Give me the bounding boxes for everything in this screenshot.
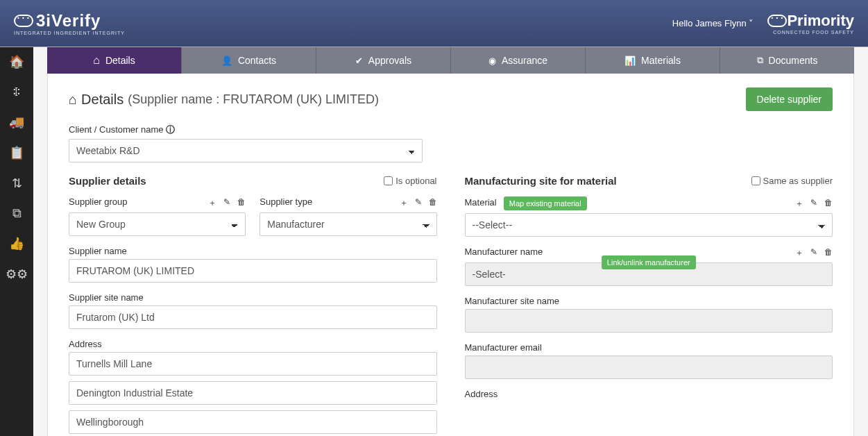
optional-checkbox[interactable]: Is optional (384, 176, 436, 186)
logo-right-sub: CONNECTED FOOD SAFETY (773, 30, 854, 35)
clipboard-icon[interactable]: 📋 (9, 145, 24, 160)
logo-left-sub: INTEGRATED INGREDIENT INTEGRITY (14, 31, 125, 35)
home-icon[interactable]: 🏠 (9, 54, 24, 69)
supplier-site-input[interactable] (69, 305, 437, 329)
delete-icon[interactable]: 🗑 (824, 247, 833, 259)
plus-icon[interactable]: ＋ (795, 247, 803, 259)
sidebar: 🏠 🜌 🚚 📋 ⇅ ⧉ 👍 ⚙⚙ (0, 47, 33, 436)
manufacturer-address-label: Address (465, 389, 833, 399)
address-line3-input[interactable] (69, 410, 437, 434)
edit-icon[interactable]: ✎ (810, 198, 817, 210)
tab-contacts[interactable]: 👤 Contacts (181, 47, 316, 74)
link-manufacturer-badge[interactable]: Link/unlink manufacturer (602, 255, 696, 269)
copy-icon[interactable]: ⧉ (12, 206, 22, 221)
tab-bar: ⌂ Details 👤 Contacts ✔ Approvals ◉ Assur… (47, 47, 854, 74)
supplier-type-select[interactable]: Manufacturer (259, 212, 436, 236)
supplier-section-title: Supplier details (69, 175, 146, 187)
delete-supplier-button[interactable]: Delete supplier (746, 87, 833, 111)
map-material-badge[interactable]: Map existing material (504, 196, 587, 210)
home-icon: ⌂ (93, 54, 100, 67)
supplier-details-column: Supplier details Is optional Supplier gr… (69, 172, 437, 436)
supplier-type-label: Supplier type (259, 196, 312, 207)
tab-approvals[interactable]: ✔ Approvals (316, 47, 450, 74)
home-icon: ⌂ (69, 92, 77, 108)
user-icon: 👤 (221, 56, 232, 66)
edit-icon[interactable]: ✎ (223, 197, 230, 209)
top-header: 3iVerify INTEGRATED INGREDIENT INTEGRITY… (0, 0, 868, 47)
tab-details[interactable]: ⌂ Details (47, 47, 181, 74)
supplier-name-label: Supplier name (69, 246, 437, 256)
info-icon[interactable]: ⓘ (166, 124, 175, 135)
same-as-supplier-checkbox[interactable]: Same as supplier (751, 176, 833, 186)
supplier-name-input[interactable] (69, 259, 437, 283)
copy-icon: ⧉ (757, 55, 763, 66)
thumbs-up-icon[interactable]: 👍 (9, 236, 24, 251)
manufacturer-email-label: Manufacturer email (465, 342, 833, 353)
client-select[interactable]: Weetabix R&D (69, 139, 423, 162)
page-subtitle: (Supplier name : FRUTAROM (UK) LIMITED) (128, 92, 379, 107)
plus-icon[interactable]: ＋ (208, 197, 216, 209)
supplier-group-select[interactable]: New Group (69, 212, 246, 236)
manufacturer-email-input[interactable] (465, 355, 833, 379)
cloud-icon (14, 15, 33, 27)
cloud-icon (767, 15, 787, 27)
tab-assurance[interactable]: ◉ Assurance (450, 47, 585, 74)
chevron-down-icon: ˅ (749, 18, 754, 28)
tab-materials[interactable]: 📊 Materials (585, 47, 720, 74)
content-panel: ⌂ Details (Supplier name : FRUTAROM (UK)… (47, 74, 854, 436)
plus-icon[interactable]: ＋ (400, 197, 408, 209)
address-line2-input[interactable] (69, 381, 437, 405)
dot-icon: ◉ (488, 56, 496, 66)
delete-icon[interactable]: 🗑 (824, 198, 833, 210)
edit-icon[interactable]: ✎ (810, 247, 817, 259)
truck-icon[interactable]: 🚚 (9, 115, 24, 130)
logo-right-text: Primority (787, 12, 854, 30)
manufacturer-name-label: Manufacturer name (465, 246, 543, 257)
delete-icon[interactable]: 🗑 (237, 197, 246, 209)
address-label: Address (69, 339, 437, 349)
material-select[interactable]: --Select-- (465, 213, 833, 237)
tab-documents[interactable]: ⧉ Documents (720, 47, 854, 74)
delete-icon[interactable]: 🗑 (429, 197, 437, 209)
page-title: ⌂ Details (Supplier name : FRUTAROM (UK)… (69, 92, 379, 108)
supplier-group-label: Supplier group (69, 196, 128, 207)
supplier-site-label: Supplier site name (69, 292, 437, 303)
check-icon: ✔ (355, 56, 363, 66)
logo-left: 3iVerify INTEGRATED INGREDIENT INTEGRITY (14, 11, 125, 35)
manufacturer-column: Manufacturing site for material Same as … (465, 172, 833, 436)
plus-icon[interactable]: ＋ (795, 198, 803, 210)
manufacturer-site-input[interactable] (465, 309, 833, 333)
gears-icon[interactable]: ⚙⚙ (6, 267, 28, 282)
address-line1-input[interactable] (69, 352, 437, 376)
client-label: Client / Customer name ⓘ (69, 124, 423, 136)
manufacturer-site-label: Manufacturer site name (465, 296, 833, 306)
sort-icon[interactable]: ⇅ (12, 176, 22, 191)
logo-right: Primority CONNECTED FOOD SAFETY (767, 12, 854, 35)
user-greeting[interactable]: Hello James Flynn ˅ (672, 18, 754, 28)
material-label: Material (465, 197, 497, 208)
bars-icon: 📊 (624, 56, 636, 66)
manufacturer-section-title: Manufacturing site for material (465, 175, 617, 187)
logo-left-text: 3iVerify (36, 11, 101, 31)
dashboard-icon[interactable]: 🜌 (10, 85, 23, 99)
edit-icon[interactable]: ✎ (415, 197, 422, 209)
